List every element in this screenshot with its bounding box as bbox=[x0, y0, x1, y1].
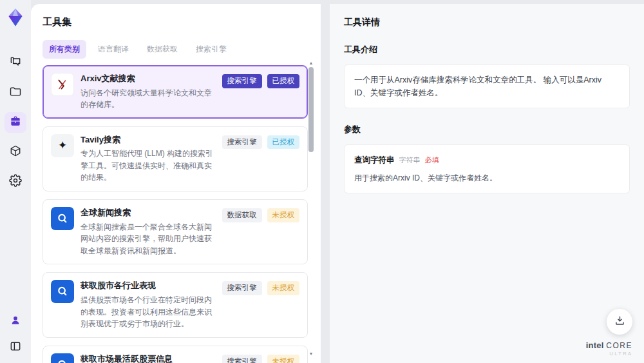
tool-details-panel: 工具详情 工具介绍 一个用于从Arxiv存储库搜索科学论文和文章的工具。 输入可… bbox=[330, 4, 644, 363]
chat-icon bbox=[9, 55, 22, 71]
tool-name: 全球新闻搜索 bbox=[80, 207, 216, 219]
intel-core-logo: intel CORE ULTRA bbox=[586, 341, 632, 357]
param-description: 用于搜索的Arxiv ID、关键字或作者姓名。 bbox=[354, 172, 620, 184]
intel-wordmark: intel bbox=[586, 340, 604, 350]
tool-description: 访问各个研究领域大量科学论文和文章的存储库。 bbox=[80, 87, 216, 111]
tab-data-acquisition[interactable]: 数据获取 bbox=[140, 40, 184, 59]
scroll-down-arrow[interactable]: ▼ bbox=[308, 351, 314, 357]
user-icon bbox=[9, 314, 22, 329]
arxiv-logo-icon bbox=[51, 73, 74, 96]
tab-language-translation[interactable]: 语言翻译 bbox=[91, 40, 135, 59]
list-scrollbar[interactable]: ▲ ▼ bbox=[308, 61, 314, 357]
scrollbar-thumb[interactable] bbox=[308, 67, 314, 152]
tool-card-global-news[interactable]: 全球新闻搜索 全球新闻搜索是一个聚合全球各大新闻网站内容的搜索引擎，帮助用户快速… bbox=[43, 199, 308, 264]
cube-icon bbox=[9, 144, 22, 160]
page-title: 工具集 bbox=[43, 16, 309, 28]
param-required-flag: 必填 bbox=[425, 155, 439, 166]
category-badge: 数据获取 bbox=[222, 208, 262, 222]
gear-icon bbox=[9, 174, 22, 190]
category-badge: 搜索引擎 bbox=[222, 281, 262, 295]
details-title: 工具详情 bbox=[344, 17, 630, 28]
tool-list-panel: 工具集 所有类别 语言翻译 数据获取 搜索引擎 Arxiv文献搜索 访问各个研究… bbox=[31, 4, 321, 363]
auth-status-badge: 已授权 bbox=[267, 74, 300, 88]
category-badge: 搜索引擎 bbox=[222, 74, 262, 88]
tool-card-most-active-stocks[interactable]: 获取市场最活跃股票信息 提供当天交易量最高的股票列表，投资者可以利用这些信息来识… bbox=[43, 346, 308, 363]
tool-description: 专为人工智能代理 (LLM) 构建的搜索引擎工具。可快速提供实时、准确和真实的结… bbox=[80, 148, 216, 184]
tool-name: 获取股市各行业表现 bbox=[80, 280, 216, 291]
news-magnifier-icon bbox=[51, 280, 74, 303]
tool-description: 全球新闻搜索是一个聚合全球各大新闻网站内容的搜索引擎，帮助用户快速获取全球最新资… bbox=[80, 221, 216, 257]
category-badge: 搜索引擎 bbox=[222, 355, 262, 363]
auth-status-badge: 已授权 bbox=[267, 135, 300, 150]
params-heading: 参数 bbox=[344, 124, 630, 135]
tool-description: 提供股票市场各个行业在特定时间段内的表现。投资者可以利用这些信息来识别表现优于或… bbox=[80, 294, 216, 330]
sidebar-item-settings[interactable] bbox=[5, 172, 26, 192]
param-box: 查询字符串 字符串 必填 用于搜索的Arxiv ID、关键字或作者姓名。 bbox=[344, 144, 630, 193]
tool-name: 获取市场最活跃股票信息 bbox=[80, 353, 216, 363]
auth-status-badge: 未授权 bbox=[267, 281, 300, 295]
sidebar-item-account[interactable] bbox=[5, 311, 26, 332]
tool-card-tavily[interactable]: ✦ Tavily搜索 专为人工智能代理 (LLM) 构建的搜索引擎工具。可快速提… bbox=[43, 126, 308, 191]
folder-icon bbox=[9, 85, 22, 101]
category-badge: 搜索引擎 bbox=[222, 135, 262, 150]
scroll-up-arrow[interactable]: ▲ bbox=[308, 61, 314, 66]
sidebar-item-collapse-panel[interactable] bbox=[5, 337, 26, 358]
left-sidebar bbox=[0, 0, 31, 363]
download-button[interactable] bbox=[607, 309, 632, 335]
sidebar-item-packages[interactable] bbox=[5, 142, 26, 162]
sidebar-item-tools[interactable] bbox=[5, 112, 26, 133]
news-magnifier-icon bbox=[51, 353, 74, 363]
intro-heading: 工具介绍 bbox=[344, 44, 630, 55]
news-magnifier-icon bbox=[51, 207, 74, 230]
tool-list: Arxiv文献搜索 访问各个研究领域大量科学论文和文章的存储库。 搜索引擎 已授… bbox=[43, 65, 308, 363]
tavily-star-icon: ✦ bbox=[51, 134, 74, 157]
core-wordmark: CORE bbox=[606, 341, 632, 350]
tool-card-sector-performance[interactable]: 获取股市各行业表现 提供股票市场各个行业在特定时间段内的表现。投资者可以利用这些… bbox=[43, 272, 308, 337]
category-tabs: 所有类别 语言翻译 数据获取 搜索引擎 bbox=[43, 40, 309, 59]
sidebar-item-chat[interactable] bbox=[5, 53, 26, 74]
tool-name: Tavily搜索 bbox=[80, 134, 216, 146]
download-icon bbox=[614, 315, 626, 329]
intro-text-box: 一个用于从Arxiv存储库搜索科学论文和文章的工具。 输入可以是Arxiv ID… bbox=[344, 64, 630, 108]
tab-all-categories[interactable]: 所有类别 bbox=[43, 40, 86, 59]
param-type: 字符串 bbox=[399, 155, 421, 166]
tab-search-engine[interactable]: 搜索引擎 bbox=[189, 40, 233, 59]
briefcase-icon bbox=[9, 115, 22, 130]
panel-layout-icon bbox=[9, 340, 22, 355]
ultra-wordmark: ULTRA bbox=[586, 351, 632, 357]
auth-status-badge: 未授权 bbox=[267, 355, 300, 363]
tool-name: Arxiv文献搜索 bbox=[80, 73, 216, 84]
param-name: 查询字符串 bbox=[354, 153, 395, 166]
app-logo bbox=[5, 6, 26, 28]
tool-card-arxiv[interactable]: Arxiv文献搜索 访问各个研究领域大量科学论文和文章的存储库。 搜索引擎 已授… bbox=[43, 65, 308, 119]
auth-status-badge: 未授权 bbox=[267, 208, 300, 222]
sidebar-item-files[interactable] bbox=[5, 83, 26, 103]
